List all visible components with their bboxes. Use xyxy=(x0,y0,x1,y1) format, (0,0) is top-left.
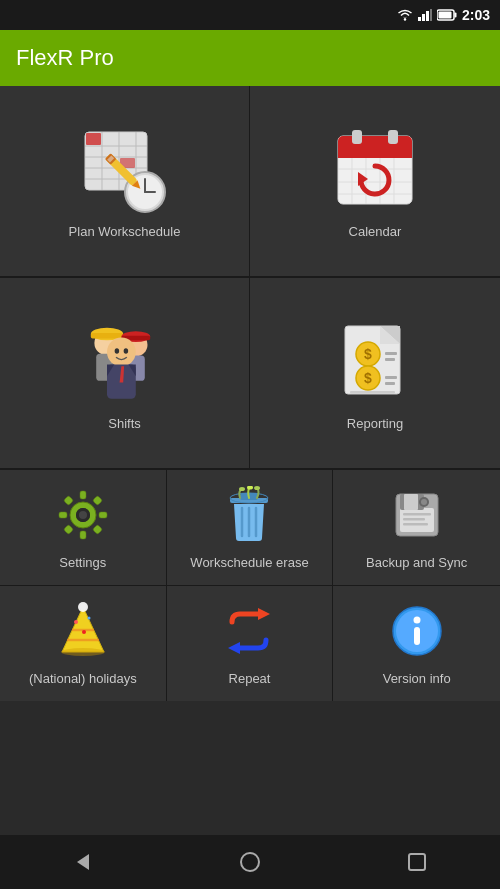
svg-rect-73 xyxy=(92,496,102,506)
plan-workschedule-cell[interactable]: Plan Workschedule xyxy=(0,86,250,276)
home-button[interactable] xyxy=(220,842,280,882)
version-info-label: Version info xyxy=(383,671,451,686)
svg-point-86 xyxy=(254,486,260,490)
bottom-row-2: (National) holidays Repeat xyxy=(0,586,500,701)
signal-icon xyxy=(418,9,432,21)
backup-sync-cell[interactable]: Backup and Sync xyxy=(333,470,500,585)
svg-rect-7 xyxy=(438,12,451,19)
svg-rect-95 xyxy=(403,523,428,526)
settings-label: Settings xyxy=(59,555,106,570)
svg-point-103 xyxy=(80,604,86,610)
backup-sync-icon xyxy=(387,485,447,545)
svg-rect-94 xyxy=(403,518,425,521)
svg-rect-93 xyxy=(403,513,431,516)
svg-point-49 xyxy=(123,348,128,353)
app-bar: FlexR Pro xyxy=(0,30,500,86)
svg-rect-72 xyxy=(63,496,73,506)
holidays-cell[interactable]: (National) holidays xyxy=(0,586,167,701)
svg-rect-90 xyxy=(404,494,418,510)
svg-rect-4 xyxy=(430,9,432,21)
backup-sync-label: Backup and Sync xyxy=(366,555,467,570)
svg-point-100 xyxy=(87,617,90,620)
reporting-label: Reporting xyxy=(347,416,403,431)
settings-cell[interactable]: Settings xyxy=(0,470,167,585)
recent-icon xyxy=(405,850,429,874)
calendar-icon xyxy=(330,124,420,214)
grid-top: Plan Workschedule xyxy=(0,86,500,278)
svg-point-77 xyxy=(79,511,87,519)
svg-rect-69 xyxy=(80,531,86,539)
svg-rect-64 xyxy=(385,382,395,385)
bottom-row-1: Settings xyxy=(0,470,500,586)
svg-rect-63 xyxy=(385,376,397,379)
svg-point-112 xyxy=(241,853,259,871)
status-icons: 2:03 xyxy=(397,7,490,23)
svg-rect-74 xyxy=(63,525,73,535)
svg-rect-3 xyxy=(426,11,429,21)
version-info-cell[interactable]: Version info xyxy=(333,586,500,701)
svg-rect-70 xyxy=(59,512,67,518)
back-button[interactable] xyxy=(53,842,113,882)
shifts-label: Shifts xyxy=(108,416,141,431)
repeat-icon xyxy=(219,601,279,661)
workschedule-erase-label: Workschedule erase xyxy=(190,555,308,570)
battery-icon xyxy=(437,9,457,21)
plan-workschedule-icon xyxy=(80,124,170,214)
holidays-icon xyxy=(53,601,113,661)
back-icon xyxy=(71,850,95,874)
svg-point-101 xyxy=(82,630,86,634)
grid-middle: Shifts $ $ xyxy=(0,278,500,470)
status-time: 2:03 xyxy=(462,7,490,23)
svg-rect-41 xyxy=(90,333,122,338)
svg-text:$: $ xyxy=(364,346,372,362)
svg-point-104 xyxy=(61,648,105,656)
svg-rect-2 xyxy=(422,14,425,21)
holidays-label: (National) holidays xyxy=(29,671,137,686)
shifts-cell[interactable]: Shifts xyxy=(0,278,250,468)
svg-rect-30 xyxy=(388,130,398,144)
settings-icon xyxy=(53,485,113,545)
svg-rect-28 xyxy=(338,149,412,158)
svg-rect-110 xyxy=(414,627,420,645)
calendar-label: Calendar xyxy=(349,224,402,239)
home-icon xyxy=(238,850,262,874)
reporting-cell[interactable]: $ $ Reporting xyxy=(250,278,500,468)
svg-point-84 xyxy=(239,487,245,491)
svg-rect-1 xyxy=(418,17,421,21)
svg-rect-65 xyxy=(350,391,395,394)
svg-rect-68 xyxy=(80,491,86,499)
workschedule-erase-icon xyxy=(219,485,279,545)
svg-point-0 xyxy=(404,18,406,20)
svg-rect-71 xyxy=(99,512,107,518)
svg-rect-6 xyxy=(454,13,456,18)
shifts-icon xyxy=(80,316,170,406)
svg-marker-111 xyxy=(77,854,89,870)
nav-bar xyxy=(0,835,500,889)
svg-rect-75 xyxy=(92,525,102,535)
status-bar: 2:03 xyxy=(0,0,500,30)
svg-point-47 xyxy=(107,338,136,367)
svg-rect-113 xyxy=(409,854,425,870)
repeat-cell[interactable]: Repeat xyxy=(167,586,334,701)
svg-point-109 xyxy=(413,617,420,624)
workschedule-erase-cell[interactable]: Workschedule erase xyxy=(167,470,334,585)
svg-point-92 xyxy=(421,499,427,505)
svg-marker-105 xyxy=(258,608,270,620)
app-title: FlexR Pro xyxy=(16,45,114,71)
wifi-icon xyxy=(397,9,413,21)
svg-rect-29 xyxy=(352,130,362,144)
svg-point-48 xyxy=(114,348,119,353)
svg-rect-62 xyxy=(385,358,395,361)
recent-button[interactable] xyxy=(387,842,447,882)
svg-rect-61 xyxy=(385,352,397,355)
version-info-icon xyxy=(387,601,447,661)
svg-point-99 xyxy=(74,620,78,624)
repeat-label: Repeat xyxy=(229,671,271,686)
calendar-cell[interactable]: Calendar xyxy=(250,86,500,276)
svg-marker-106 xyxy=(228,642,240,654)
svg-rect-16 xyxy=(86,133,101,145)
svg-text:$: $ xyxy=(364,370,372,386)
reporting-icon: $ $ xyxy=(330,316,420,406)
plan-workschedule-label: Plan Workschedule xyxy=(69,224,181,239)
